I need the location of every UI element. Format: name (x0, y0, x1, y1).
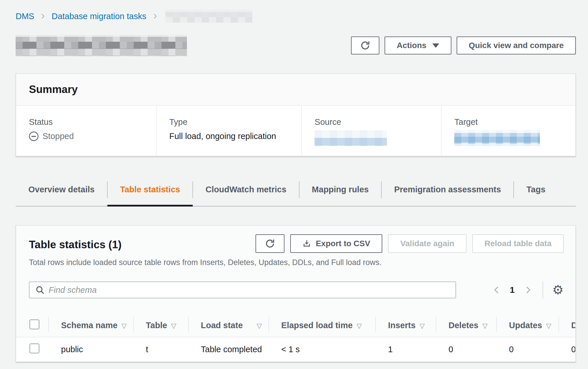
column-header-elapsed-load-time[interactable]: Elapsed load time▽ (269, 314, 375, 337)
sort-caret-icon: ▽ (357, 322, 362, 330)
chevron-right-icon (152, 12, 158, 20)
cell-ddls: 0 (558, 337, 576, 361)
table-statistics-title: Table statistics (1) (29, 236, 122, 251)
tab-premigration-assessments[interactable]: Premigration assessments (381, 180, 514, 206)
row-select-cell (16, 337, 48, 361)
caret-down-icon (432, 43, 439, 48)
export-csv-label: Export to CSV (316, 239, 370, 248)
table-header-row: Schema name▽ Table▽ Load state▽ Elapsed … (16, 314, 576, 337)
summary-header: Summary (16, 74, 575, 106)
summary-status-column: Status Stopped (16, 106, 156, 156)
breadcrumb-dms-link[interactable]: DMS (16, 12, 34, 21)
validate-again-label: Validate again (400, 239, 454, 248)
summary-panel: Summary Status Stopped Type Full load, o… (16, 73, 576, 156)
task-name-redacted (16, 35, 187, 56)
target-label: Target (454, 117, 563, 127)
quick-view-compare-button[interactable]: Quick view and compare (457, 36, 576, 54)
column-header-load-state[interactable]: Load state▽ (188, 314, 269, 337)
previous-page-button[interactable] (493, 285, 501, 295)
cell-deletes: 0 (436, 337, 496, 361)
row-checkbox[interactable] (30, 344, 39, 353)
refresh-button[interactable] (351, 36, 379, 54)
sort-caret-icon: ▽ (482, 322, 488, 330)
actions-button-label: Actions (397, 41, 427, 50)
column-header-updates[interactable]: Updates▽ (496, 314, 558, 337)
tab-tags[interactable]: Tags (514, 180, 558, 206)
summary-type-column: Type Full load, ongoing replication (156, 106, 301, 156)
breadcrumb-current-redacted (166, 10, 252, 23)
table-statistics-header: Table statistics (1) Export to CSV Valid… (16, 226, 575, 253)
next-page-button[interactable] (524, 285, 532, 295)
cell-schema-name: public (48, 337, 133, 361)
validate-again-button[interactable]: Validate again (388, 234, 466, 253)
table-controls: 1 ⚙ (29, 282, 564, 298)
select-all-cell (16, 314, 48, 337)
sort-caret-icon: ▽ (171, 322, 177, 330)
find-schema-input[interactable] (49, 285, 453, 295)
cell-elapsed-load-time: < 1 s (269, 337, 375, 361)
task-tabs: Overview details Table statistics CloudW… (16, 180, 576, 207)
sort-caret-icon: ▽ (546, 322, 551, 330)
download-icon (302, 239, 311, 248)
stopped-icon (29, 131, 38, 141)
status-label: Status (29, 117, 143, 127)
column-header-deletes[interactable]: Deletes▽ (436, 314, 496, 337)
source-endpoint-redacted (315, 130, 387, 146)
tab-table-statistics[interactable]: Table statistics (107, 180, 193, 206)
sort-caret-icon: ▽ (122, 322, 127, 330)
refresh-icon (360, 40, 370, 51)
pagination-divider (543, 282, 543, 298)
quick-view-compare-label: Quick view and compare (469, 41, 564, 50)
table-statistics-description: Total rows include loaded source table r… (29, 258, 563, 267)
reload-table-data-label: Reload table data (484, 239, 552, 248)
column-header-ddls[interactable]: DDLs (558, 314, 576, 337)
column-header-inserts[interactable]: Inserts▽ (375, 314, 436, 337)
tab-mapping-rules[interactable]: Mapping rules (299, 180, 382, 206)
sort-caret-icon: ▽ (257, 322, 262, 330)
select-all-checkbox[interactable] (30, 319, 39, 329)
table-statistics-actions: Export to CSV Validate again Reload tabl… (256, 234, 564, 253)
table-row: public t Table completed < 1 s 1 0 0 0 (16, 337, 576, 361)
column-header-schema-name[interactable]: Schema name▽ (48, 314, 133, 337)
actions-button[interactable]: Actions (385, 36, 451, 54)
settings-gear-icon[interactable]: ⚙ (552, 284, 564, 296)
source-label: Source (315, 117, 428, 127)
summary-target-column: Target (441, 106, 575, 156)
table-statistics-panel: Table statistics (1) Export to CSV Valid… (16, 225, 576, 362)
dms-task-page: DMS Database migration tasks Actions Qui… (0, 0, 588, 369)
page-header-actions: Actions Quick view and compare (351, 36, 576, 54)
type-label: Type (169, 117, 289, 127)
page-header: Actions Quick view and compare (16, 35, 576, 56)
export-csv-button[interactable]: Export to CSV (290, 234, 382, 253)
cell-load-state: Table completed (188, 337, 269, 361)
status-text: Stopped (43, 131, 74, 141)
chevron-right-icon (40, 12, 46, 20)
tab-cloudwatch-metrics[interactable]: CloudWatch metrics (193, 180, 299, 206)
summary-title: Summary (29, 83, 563, 96)
type-value: Full load, ongoing replication (169, 131, 289, 141)
pagination: 1 ⚙ (493, 282, 564, 298)
cell-inserts: 1 (375, 337, 436, 361)
table-statistics-table: Schema name▽ Table▽ Load state▽ Elapsed … (16, 314, 576, 361)
summary-grid: Status Stopped Type Full load, ongoing r… (16, 106, 575, 156)
sort-caret-icon: ▽ (420, 322, 425, 330)
table-refresh-button[interactable] (256, 234, 284, 253)
search-icon (35, 285, 45, 295)
reload-table-data-button[interactable]: Reload table data (472, 234, 564, 253)
cell-updates: 0 (496, 337, 558, 361)
breadcrumb: DMS Database migration tasks (16, 10, 576, 23)
breadcrumb-tasks-link[interactable]: Database migration tasks (52, 12, 146, 21)
tab-overview-details[interactable]: Overview details (16, 180, 107, 206)
schema-search-box (29, 282, 456, 298)
column-header-table[interactable]: Table▽ (133, 314, 188, 337)
status-value: Stopped (29, 131, 143, 141)
cell-table: t (133, 337, 188, 361)
target-endpoint-redacted (454, 130, 540, 146)
page-number: 1 (510, 285, 515, 295)
summary-source-column: Source (301, 106, 441, 156)
refresh-icon (265, 238, 275, 249)
